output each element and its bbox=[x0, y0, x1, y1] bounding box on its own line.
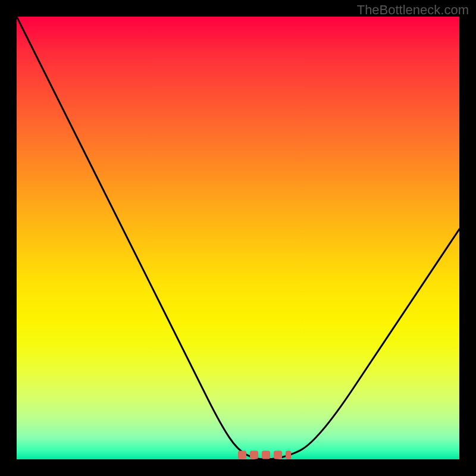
bottleneck-curve bbox=[17, 17, 459, 459]
flat-marker-dash bbox=[250, 451, 258, 459]
flat-marker-dash bbox=[238, 451, 246, 459]
flat-marker-dash bbox=[274, 451, 282, 459]
flat-region-markers bbox=[238, 451, 291, 459]
watermark-text: TheBottleneck.com bbox=[357, 2, 469, 18]
flat-marker-dash bbox=[286, 451, 291, 459]
chart-plot-area bbox=[17, 17, 459, 459]
chart-svg bbox=[17, 17, 459, 459]
flat-marker-dash bbox=[262, 451, 270, 459]
